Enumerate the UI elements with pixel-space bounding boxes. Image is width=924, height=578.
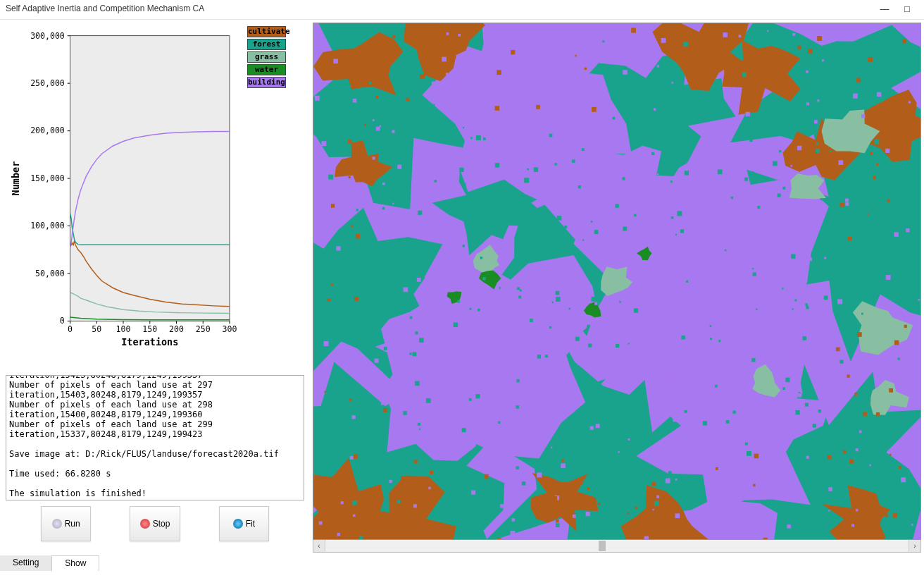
svg-rect-258 (677, 211, 682, 216)
svg-rect-108 (848, 237, 852, 241)
svg-rect-106 (506, 345, 509, 348)
svg-rect-321 (556, 519, 559, 523)
svg-rect-271 (591, 221, 593, 223)
svg-rect-231 (683, 42, 688, 47)
svg-rect-472 (545, 186, 550, 191)
svg-rect-120 (364, 222, 368, 226)
svg-rect-465 (415, 372, 418, 376)
svg-rect-336 (539, 283, 542, 285)
svg-rect-461 (536, 105, 540, 109)
maximize-button[interactable]: □ (896, 1, 918, 16)
svg-rect-369 (427, 196, 432, 200)
svg-rect-337 (725, 153, 730, 157)
svg-rect-292 (885, 514, 887, 517)
svg-rect-406 (375, 96, 378, 99)
svg-rect-146 (849, 460, 854, 464)
svg-rect-458 (886, 510, 889, 512)
horizontal-scrollbar[interactable]: ‹ › (313, 540, 921, 553)
svg-rect-160 (628, 343, 630, 345)
svg-rect-290 (887, 199, 890, 202)
svg-rect-210 (425, 152, 428, 155)
svg-rect-272 (845, 199, 849, 202)
svg-rect-269 (382, 183, 385, 185)
svg-rect-476 (632, 82, 635, 85)
svg-rect-141 (802, 336, 806, 340)
svg-text:100,000: 100,000 (30, 221, 65, 230)
tab-show[interactable]: Show (52, 555, 99, 571)
svg-rect-335 (616, 344, 619, 348)
left-panel: 050,000100,000150,000200,000250,000300,0… (0, 20, 310, 555)
svg-rect-267 (516, 379, 519, 382)
svg-rect-67 (348, 140, 351, 143)
svg-rect-273 (710, 325, 712, 327)
svg-rect-284 (548, 528, 553, 533)
svg-rect-44 (470, 308, 472, 310)
svg-rect-240 (918, 299, 920, 300)
svg-rect-223 (419, 338, 423, 343)
svg-rect-125 (457, 300, 460, 303)
svg-rect-475 (593, 235, 597, 239)
svg-text:300: 300 (223, 324, 237, 334)
run-button[interactable]: Run (41, 506, 91, 541)
svg-rect-138 (839, 203, 844, 207)
svg-rect-471 (609, 211, 611, 212)
svg-rect-441 (575, 472, 577, 474)
svg-rect-147 (568, 133, 572, 136)
svg-rect-219 (751, 504, 754, 507)
svg-rect-225 (430, 471, 433, 474)
minimize-button[interactable]: — (873, 1, 896, 16)
svg-rect-199 (349, 398, 352, 401)
svg-rect-96 (455, 87, 459, 92)
svg-rect-367 (545, 355, 548, 357)
svg-rect-314 (779, 150, 781, 152)
svg-rect-449 (554, 163, 556, 166)
iteration-chart: 050,000100,000150,000200,000250,000300,0… (6, 23, 304, 375)
svg-rect-311 (686, 281, 688, 283)
svg-rect-297 (373, 371, 376, 375)
svg-rect-40 (906, 228, 909, 232)
svg-rect-354 (884, 257, 886, 259)
svg-rect-389 (675, 479, 678, 481)
svg-rect-81 (739, 35, 742, 37)
svg-rect-174 (628, 438, 630, 441)
svg-rect-400 (685, 171, 689, 175)
scroll-left-arrow[interactable]: ‹ (313, 540, 325, 552)
svg-rect-131 (594, 230, 599, 234)
svg-rect-263 (653, 359, 655, 362)
tab-setting[interactable]: Setting (0, 555, 52, 571)
svg-rect-145 (602, 40, 604, 42)
svg-rect-403 (634, 214, 636, 216)
svg-text:50,000: 50,000 (35, 269, 65, 278)
svg-rect-105 (753, 272, 756, 276)
run-icon (52, 519, 62, 529)
svg-rect-368 (809, 345, 813, 349)
svg-text:200,000: 200,000 (30, 125, 65, 135)
scroll-thumb[interactable] (599, 541, 606, 551)
svg-rect-427 (889, 388, 893, 393)
svg-rect-296 (420, 74, 425, 79)
stop-button[interactable]: Stop (130, 506, 180, 541)
svg-rect-347 (777, 531, 782, 536)
fit-button[interactable]: Fit (219, 506, 269, 541)
svg-rect-419 (724, 170, 727, 173)
svg-rect-173 (401, 476, 406, 481)
svg-rect-414 (549, 326, 551, 328)
svg-rect-478 (406, 98, 409, 102)
svg-rect-53 (462, 344, 463, 345)
log-output[interactable]: iteration,15423,80248,8179,1249,199337 N… (6, 375, 304, 500)
map-viewport[interactable] (313, 23, 921, 540)
svg-rect-358 (702, 383, 706, 387)
svg-rect-192 (732, 410, 735, 413)
scroll-right-arrow[interactable]: › (909, 540, 920, 552)
svg-rect-326 (325, 391, 326, 393)
svg-rect-98 (811, 519, 816, 524)
svg-rect-113 (851, 524, 854, 527)
svg-rect-158 (657, 65, 659, 67)
svg-rect-456 (840, 360, 844, 364)
svg-rect-239 (751, 358, 755, 362)
svg-rect-202 (575, 55, 576, 56)
svg-rect-429 (874, 140, 879, 144)
svg-rect-412 (485, 474, 489, 479)
svg-rect-93 (898, 357, 900, 359)
svg-rect-185 (623, 461, 626, 464)
